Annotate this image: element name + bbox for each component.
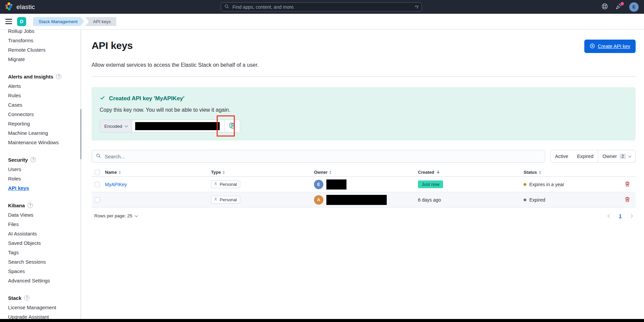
help-menu-button[interactable]	[601, 3, 608, 11]
sidebar-item-alerts[interactable]: Alerts	[8, 81, 73, 91]
row-checkbox[interactable]	[95, 197, 100, 203]
sidebar-item-reporting[interactable]: Reporting	[8, 119, 73, 128]
stack-management-sidebar: Rollup Jobs Transforms Remote Clusters M…	[0, 30, 82, 322]
type-badge: Personal	[211, 180, 240, 188]
sidebar-scrollbar-track	[80, 30, 82, 322]
delete-api-key-button[interactable]	[624, 196, 631, 204]
status-text: Expires in a year	[529, 182, 564, 187]
redacted-owner-name	[326, 195, 387, 205]
space-badge[interactable]: D	[17, 17, 26, 26]
sidebar-item-remote-clusters[interactable]: Remote Clusters	[8, 45, 73, 54]
owner-count-badge: 2	[620, 154, 626, 159]
sidebar-scrollbar-thumb[interactable]	[80, 109, 82, 159]
filter-owner-button[interactable]: Owner 2	[598, 150, 635, 162]
sort-icon	[329, 171, 331, 174]
create-api-key-button[interactable]: Create API key	[584, 40, 636, 53]
rows-per-page-button[interactable]: Rows per page: 25	[92, 213, 140, 219]
sidebar-item-ai-assistants[interactable]: AI Assistants	[8, 229, 73, 238]
sidebar-item-api-keys[interactable]: API keys	[8, 183, 73, 193]
delete-api-key-button[interactable]	[624, 180, 631, 189]
column-header-status[interactable]: Status	[524, 170, 615, 175]
column-header-created[interactable]: Created	[418, 170, 524, 175]
filter-group: Active Expired Owner 2	[550, 150, 636, 163]
table-search[interactable]	[92, 150, 545, 163]
sidebar-section-security: Security ?	[8, 155, 73, 164]
column-header-name[interactable]: Name	[105, 170, 211, 175]
next-page-icon[interactable]	[629, 214, 633, 218]
section-help-icon[interactable]: ?	[28, 203, 33, 208]
trash-icon	[625, 183, 630, 188]
brand-text: elastic	[16, 3, 35, 11]
sidebar-item-migrate[interactable]: Migrate	[8, 54, 73, 64]
sidebar-item-cases[interactable]: Cases	[8, 100, 73, 109]
filter-expired-button[interactable]: Expired	[573, 150, 598, 162]
api-key-value-field[interactable]	[132, 120, 224, 132]
table-pagination: Rows per page: 25 1	[92, 213, 636, 219]
column-header-type[interactable]: Type	[211, 170, 314, 175]
sidebar-item-license-management[interactable]: License Management	[8, 303, 73, 312]
status-text: Expired	[529, 197, 545, 203]
sidebar-section-stack: Stack ?	[8, 293, 73, 303]
newsfeed-button[interactable]	[615, 3, 623, 11]
sidebar-item-machine-learning[interactable]: Machine Learning	[8, 128, 73, 138]
created-badge: Just now	[418, 180, 443, 188]
filter-active-button[interactable]: Active	[551, 150, 573, 162]
copy-clipboard-icon	[229, 122, 235, 130]
api-key-control-group: Encoded	[100, 120, 240, 132]
api-key-row: Personal A 6 days ago Expired	[92, 192, 636, 208]
sidebar-item-search-sessions[interactable]: Search Sessions	[8, 257, 73, 266]
section-help-icon[interactable]: ?	[31, 157, 36, 162]
sidebar-item-connectors[interactable]: Connectors	[8, 109, 73, 119]
topbar-actions: E	[601, 2, 639, 12]
table-header-row: Name Type Owner Created	[92, 168, 636, 177]
search-icon	[96, 153, 101, 160]
api-key-row: MyAPIKey Personal E Just now	[92, 177, 636, 192]
chevron-down-icon	[125, 124, 128, 127]
sidebar-section-alerts-and-insights: Alerts and Insights ?	[8, 72, 73, 81]
sidebar-item-transforms[interactable]: Transforms	[8, 36, 73, 45]
page-number-button[interactable]: 1	[619, 213, 622, 219]
api-key-name-link[interactable]: MyAPIKey	[105, 182, 127, 187]
breadcrumb-stack-management[interactable]: Stack Management	[33, 17, 84, 26]
sidebar-item-rollup-jobs[interactable]: Rollup Jobs	[8, 30, 73, 36]
breadcrumb: Stack Management API keys	[33, 17, 116, 26]
row-checkbox[interactable]	[95, 182, 100, 187]
copy-api-key-button[interactable]	[224, 120, 240, 132]
elastic-home-link[interactable]: elastic	[5, 2, 35, 12]
sidebar-item-tags[interactable]: Tags	[8, 248, 73, 257]
chevron-down-icon	[135, 214, 138, 217]
sidebar-item-roles[interactable]: Roles	[8, 174, 73, 183]
section-help-icon[interactable]: ?	[24, 295, 30, 301]
api-keys-page: API keys Create API key Allow external s…	[82, 30, 644, 322]
callout-body-text: Copy this key now. You will not be able …	[100, 107, 628, 113]
sidebar-item-files[interactable]: Files	[8, 219, 73, 229]
person-icon	[214, 182, 218, 187]
sidebar-item-saved-objects[interactable]: Saved Objects	[8, 238, 73, 248]
global-search-input[interactable]	[232, 4, 412, 10]
menu-toggle-button[interactable]	[5, 19, 12, 24]
section-help-icon[interactable]: ?	[56, 74, 61, 79]
redacted-owner-name	[326, 179, 346, 190]
sidebar-item-maintenance-windows[interactable]: Maintenance Windows	[8, 138, 73, 147]
sidebar-item-users[interactable]: Users	[8, 164, 73, 174]
global-search[interactable]: ^/	[221, 2, 422, 11]
encoding-selector[interactable]: Encoded	[100, 120, 132, 132]
notification-dot	[621, 2, 624, 5]
life-ring-icon	[601, 3, 608, 11]
table-search-input[interactable]	[104, 153, 541, 160]
elastic-logo-icon	[5, 2, 13, 12]
owner-avatar: A	[314, 195, 323, 205]
person-icon	[214, 197, 218, 202]
select-all-checkbox[interactable]	[95, 170, 100, 175]
sidebar-item-data-views[interactable]: Data Views	[8, 210, 73, 219]
breadcrumb-api-keys: API keys	[85, 17, 116, 26]
sidebar-item-spaces[interactable]: Spaces	[8, 266, 73, 276]
previous-page-icon[interactable]	[608, 214, 611, 218]
sidebar-item-rules[interactable]: Rules	[8, 91, 73, 100]
sidebar-item-advanced-settings[interactable]: Advanced Settings	[8, 276, 73, 285]
sidebar-section-kibana: Kibana ?	[8, 201, 73, 210]
status-dot-icon	[524, 199, 526, 201]
column-header-owner[interactable]: Owner	[314, 170, 418, 175]
sort-icon	[119, 171, 121, 174]
user-avatar[interactable]: E	[629, 2, 639, 12]
